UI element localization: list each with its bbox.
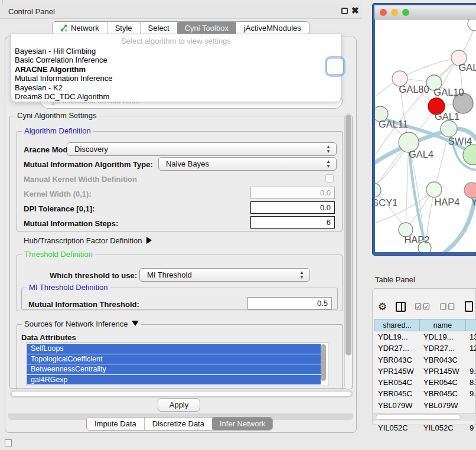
algorithm-popup-placeholder: Select algorithm to view settings	[11, 35, 341, 47]
gear-icon[interactable]: ⚙	[378, 301, 387, 313]
which-threshold-label: Which threshold to use:	[50, 271, 137, 280]
kernel-width-label: Kernel Width (0,1):	[24, 190, 92, 198]
tab-cyni-toolbox[interactable]: Cyni Toolbox	[177, 22, 237, 34]
table-cell: 9	[466, 422, 476, 433]
table-row[interactable]: YDL19...YDL19...13	[374, 331, 476, 343]
which-threshold-value: MI Threshold	[147, 270, 192, 279]
control-panel-title: Control Panel	[8, 7, 55, 16]
table-column-header[interactable]: name	[420, 319, 466, 331]
mi-type-select[interactable]: Naive Bayes ▲▼	[158, 157, 337, 171]
table-panel-title: Table Panel	[375, 275, 415, 284]
table-cell: 9.	[466, 366, 476, 377]
close-icon[interactable]: ✖	[351, 5, 359, 16]
network-node-label: HAP4	[434, 197, 459, 207]
network-node-swi4[interactable]	[441, 120, 457, 137]
tab-jactivemnodules[interactable]: jActiveMNodules	[236, 22, 309, 34]
network-node-label: GAL11	[379, 119, 408, 129]
data-attribute-item[interactable]: TopologicalCoefficient	[27, 354, 321, 364]
attr-list-scrollbar[interactable]	[321, 344, 326, 381]
close-traffic-light-icon[interactable]	[380, 9, 387, 16]
cyni-bottom-tabs: Impute DataDiscretize DataInfer Network	[86, 417, 273, 431]
collapse-arrow-icon	[132, 321, 139, 326]
data-attribute-item[interactable]: gal4RGexp	[27, 375, 321, 385]
mi-type-label: Mutual Information Algorithm Type:	[24, 160, 153, 169]
focused-stepper-button[interactable]	[327, 58, 344, 75]
stepper-arrows-icon: ▲▼	[326, 145, 331, 154]
mi-threshold-input[interactable]: 0.5	[247, 297, 332, 309]
manual-kernel-checkbox[interactable]	[325, 174, 334, 182]
settings-vscrollbar-thumb[interactable]	[345, 115, 351, 356]
table-row[interactable]: YBL079WYBL079W	[374, 400, 476, 411]
algorithm-popup-item[interactable]: ARACNE Algorithm	[11, 65, 341, 74]
network-canvas[interactable]: GALGAL80GAL10GAL1GAL11SWI4GAL4GCY1HAP4YH…	[375, 19, 476, 252]
table-column-header[interactable]: shared...	[374, 319, 420, 331]
table-hscrollbar-thumb[interactable]	[376, 415, 461, 420]
hub-definition-expander[interactable]: Hub/Transcription Factor Definition	[24, 236, 152, 245]
threshold-definition-legend: Threshold Definition	[22, 250, 95, 259]
network-node[interactable]	[468, 19, 476, 31]
table-row[interactable]: YBR043CYBR043C	[374, 354, 476, 366]
algorithm-popup-item[interactable]: Bayesian - Hill Climbing	[11, 47, 341, 56]
tab-discretize-data[interactable]: Discretize Data	[145, 418, 213, 430]
data-attributes-list[interactable]: SelfLoopsTopologicalCoefficientBetweenne…	[26, 343, 328, 386]
table-row[interactable]: YDR27...YDR27...12	[374, 343, 476, 354]
table-cell	[466, 400, 476, 411]
columns-icon[interactable]	[396, 302, 406, 312]
tab-network[interactable]: Network	[53, 22, 107, 34]
network-node-label: Y	[471, 197, 476, 207]
bottom-left-checkbox[interactable]	[5, 439, 12, 446]
data-attributes-label: Data Attributes	[21, 333, 76, 342]
dpi-tolerance-input[interactable]: 0.0	[250, 201, 335, 214]
table-row[interactable]: YPR145WYPR145W9.	[374, 366, 476, 377]
checked-pair-icon[interactable]: ☑☑	[415, 302, 431, 311]
tab-select[interactable]: Select	[141, 22, 178, 34]
settings-hscrollbar-thumb[interactable]	[11, 391, 351, 397]
algorithm-popup-item[interactable]: Bayesian - K2	[11, 83, 341, 92]
float-window-icon[interactable]	[341, 8, 348, 14]
table-cell: YBR043C	[374, 354, 420, 366]
dpi-tolerance-label: DPI Tolerance [0,1]:	[24, 204, 94, 213]
tab-impute-data[interactable]: Impute Data	[87, 418, 145, 430]
table-cell: YIL052C	[420, 422, 466, 433]
table-row[interactable]: YBR045CYBR045C9.	[374, 388, 476, 399]
algorithm-popup-item[interactable]: Basic Correlation Inference	[11, 56, 341, 64]
table-cell: YPR145W	[374, 366, 420, 377]
tab-infer-network[interactable]: Infer Network	[212, 418, 273, 430]
network-node-hap4[interactable]	[426, 182, 442, 197]
mi-steps-input[interactable]: 6	[250, 216, 335, 229]
aracne-mode-value: Discovery	[74, 145, 108, 154]
data-attribute-item[interactable]: SelfLoops	[27, 344, 321, 354]
sources-legend[interactable]: Sources for Network Inference	[22, 319, 141, 328]
tab-label: Network	[71, 24, 99, 32]
network-node-y[interactable]	[464, 182, 476, 198]
algorithm-popup-item[interactable]: Dream8 DC_TDC Algorithm	[11, 92, 341, 101]
cyni-algorithm-settings-legend: Cyni Algorithm Settings	[15, 111, 99, 120]
minimize-traffic-light-icon[interactable]	[391, 9, 398, 16]
network-node-gcy1[interactable]	[375, 183, 381, 197]
table-cell: YBR043C	[420, 354, 466, 366]
table-cell: YBL079W	[420, 400, 466, 411]
table-row[interactable]: YER054CYER054C8.	[374, 377, 476, 388]
document-icon[interactable]	[465, 301, 473, 312]
zoom-traffic-light-icon[interactable]	[402, 9, 409, 16]
mi-threshold-definition-legend: MI Threshold Definition	[27, 283, 110, 292]
table-cell: YBR045C	[374, 388, 420, 399]
algorithm-popup-item[interactable]: Mutual Information Inference	[11, 74, 341, 83]
expander-arrow-icon	[146, 237, 152, 244]
data-attribute-item[interactable]: BetweennessCentrality	[27, 364, 321, 374]
kernel-width-input[interactable]: 0.0	[250, 187, 335, 199]
aracne-mode-select[interactable]: Discovery ▲▼	[67, 142, 337, 156]
which-threshold-select[interactable]: MI Threshold ▲▼	[139, 268, 310, 282]
table-row[interactable]: YIL052CYIL052C9	[374, 422, 476, 433]
apply-button[interactable]: Apply	[158, 398, 200, 412]
stepper-arrows-icon: ▲▼	[326, 159, 331, 169]
network-icon	[60, 24, 68, 32]
mi-threshold-label: Mutual Information Threshold:	[28, 300, 139, 309]
table-cell: 12	[466, 343, 476, 354]
table-column-header[interactable]	[466, 319, 476, 331]
network-window-titlebar[interactable]	[374, 5, 476, 19]
tab-label: Impute Data	[94, 419, 136, 428]
mi-type-value: Naive Bayes	[166, 159, 209, 168]
tab-style[interactable]: Style	[107, 22, 141, 34]
unchecked-pair-icon[interactable]: ☐☐	[440, 302, 456, 311]
